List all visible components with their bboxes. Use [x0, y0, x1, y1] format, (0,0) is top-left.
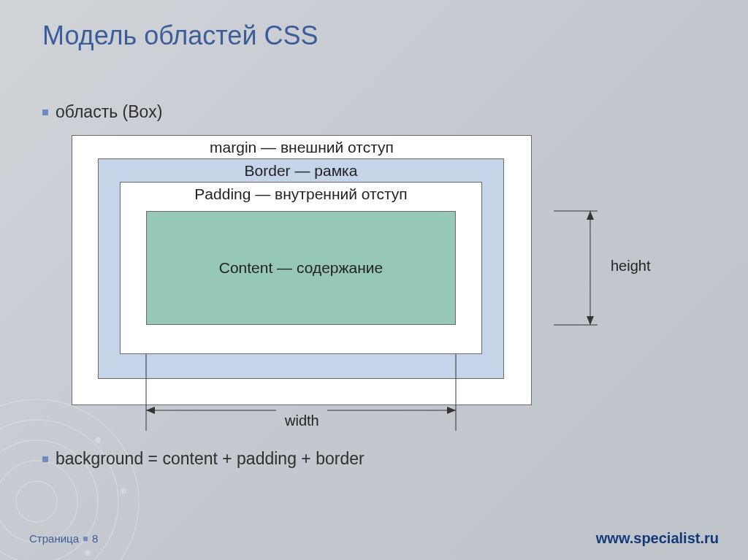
page-num: 8	[92, 532, 98, 545]
svg-marker-19	[447, 407, 456, 414]
padding-label: Padding — внутренний отступ	[121, 183, 481, 204]
svg-marker-18	[146, 407, 155, 414]
bullet-text: background = content + padding + border	[56, 449, 365, 469]
height-label: height	[611, 258, 651, 275]
slide-title: Модель областей CSS	[42, 20, 706, 51]
content-label: Content — содержание	[147, 259, 455, 277]
box-model-diagram: margin — внешний отступ Border — рамка P…	[72, 135, 671, 427]
border-label: Border — рамка	[99, 159, 503, 181]
dimension-width: width	[146, 409, 456, 438]
svg-marker-13	[587, 316, 594, 325]
bullet-background-formula: background = content + padding + border	[42, 449, 706, 469]
svg-marker-12	[587, 211, 594, 220]
dimension-height: height	[554, 211, 656, 325]
margin-label: margin — внешний отступ	[72, 136, 531, 158]
content-box: Content — содержание	[146, 211, 456, 325]
bullet-box-area: область (Box)	[42, 102, 706, 122]
width-label: width	[285, 413, 319, 429]
site-url: www.specialist.ru	[596, 530, 719, 547]
page-word: Страница	[29, 532, 79, 545]
slide: Модель областей CSS область (Box) margin…	[0, 0, 748, 560]
bullet-text: область (Box)	[56, 102, 163, 122]
slide-footer: Страница 8 www.specialist.ru	[29, 530, 719, 547]
page-number: Страница 8	[29, 532, 98, 545]
square-icon	[83, 537, 88, 541]
